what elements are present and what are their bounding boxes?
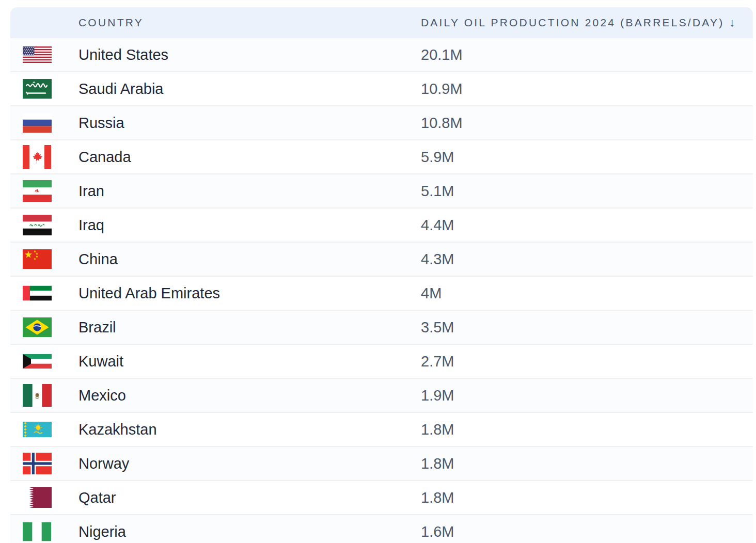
- table-row: Saudi Arabia 10.9M: [10, 72, 753, 106]
- production-value: 2.7M: [421, 353, 454, 370]
- table-row: China 4.3M: [10, 243, 753, 277]
- production-value: 5.1M: [421, 183, 454, 200]
- flag-ng-icon: [23, 522, 52, 541]
- flag-us-icon: [23, 46, 52, 63]
- country-name: China: [78, 251, 118, 268]
- flag-ca-icon: [23, 145, 52, 169]
- table-body: United States 20.1M Saudi Arabia 10.9M R…: [10, 38, 753, 543]
- production-value: 1.8M: [421, 489, 454, 506]
- production-value: 20.1M: [421, 46, 463, 63]
- table-row: Iraq 4.4M: [10, 209, 753, 243]
- country-name: Iraq: [78, 217, 104, 234]
- production-value: 4.4M: [421, 217, 454, 234]
- production-value: 10.8M: [421, 115, 463, 132]
- column-header-production[interactable]: DAILY OIL PRODUCTION 2024 (BARRELS/DAY) …: [421, 16, 735, 29]
- table-row: Canada 5.9M: [10, 140, 753, 174]
- flag-kz-icon: [23, 422, 52, 437]
- country-name: Kazakhstan: [78, 421, 157, 438]
- flag-kw-icon: [23, 354, 52, 369]
- flag-qa-icon: [23, 487, 52, 508]
- country-name: Mexico: [78, 387, 126, 404]
- table-row: United Arab Emirates 4M: [10, 277, 753, 311]
- column-header-country[interactable]: COUNTRY: [78, 17, 144, 29]
- production-value: 1.9M: [421, 387, 454, 404]
- table-row: Brazil 3.5M: [10, 311, 753, 345]
- country-name: Russia: [78, 115, 124, 132]
- country-name: Nigeria: [78, 523, 126, 540]
- table-row: Nigeria 1.6M: [10, 515, 753, 543]
- country-name: Saudi Arabia: [78, 81, 163, 98]
- country-name: Canada: [78, 149, 131, 166]
- flag-mx-icon: [23, 384, 52, 407]
- country-name: Brazil: [78, 319, 116, 336]
- flag-sa-icon: [23, 79, 52, 99]
- country-name: United Arab Emirates: [78, 285, 220, 302]
- table-row: Norway 1.8M: [10, 447, 753, 481]
- production-value: 4.3M: [421, 251, 454, 268]
- country-name: Kuwait: [78, 353, 123, 370]
- country-name: United States: [78, 46, 168, 63]
- sort-descending-icon: ↓: [729, 16, 735, 29]
- flag-cn-icon: [23, 249, 52, 269]
- table-row: Qatar 1.8M: [10, 481, 753, 515]
- production-value: 10.9M: [421, 81, 463, 98]
- production-value: 1.6M: [421, 523, 454, 540]
- table-row: Kuwait 2.7M: [10, 345, 753, 379]
- flag-ru-icon: [23, 113, 52, 133]
- flag-ae-icon: [23, 286, 52, 301]
- flag-iq-icon: [23, 215, 52, 235]
- production-value: 1.8M: [421, 455, 454, 472]
- table-row: Mexico 1.9M: [10, 379, 753, 413]
- production-value: 1.8M: [421, 421, 454, 438]
- oil-production-table: COUNTRY DAILY OIL PRODUCTION 2024 (BARRE…: [10, 7, 753, 543]
- country-name: Qatar: [78, 489, 116, 506]
- production-value: 3.5M: [421, 319, 454, 336]
- production-value: 5.9M: [421, 149, 454, 166]
- country-name: Iran: [78, 183, 104, 200]
- table-header-row: COUNTRY DAILY OIL PRODUCTION 2024 (BARRE…: [10, 7, 753, 38]
- flag-no-icon: [23, 453, 52, 474]
- flag-br-icon: [23, 317, 52, 337]
- table-row: United States 20.1M: [10, 38, 753, 72]
- flag-ir-icon: [23, 180, 52, 202]
- table-row: Kazakhstan 1.8M: [10, 413, 753, 447]
- table-row: Iran 5.1M: [10, 174, 753, 209]
- production-value: 4M: [421, 285, 442, 302]
- column-header-production-label: DAILY OIL PRODUCTION 2024 (BARRELS/DAY): [421, 17, 724, 29]
- country-name: Norway: [78, 455, 129, 472]
- table-row: Russia 10.8M: [10, 106, 753, 140]
